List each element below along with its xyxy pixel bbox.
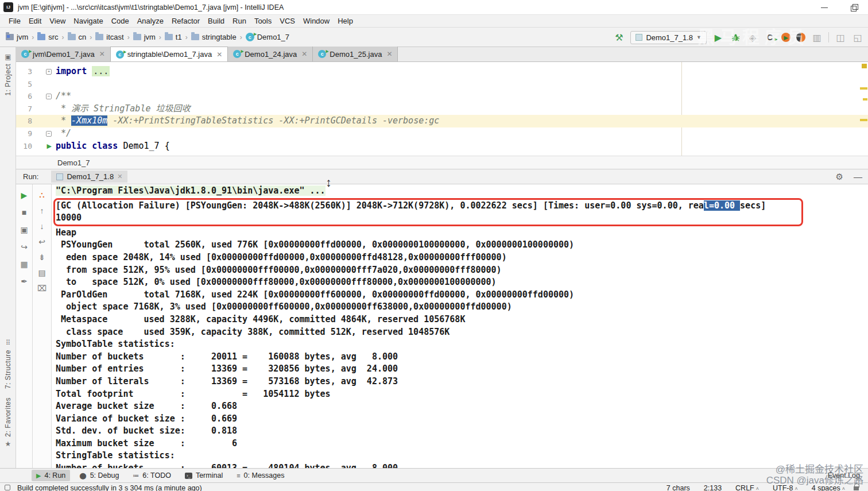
close-icon[interactable]: ✕ [117, 173, 122, 180]
status-widget[interactable]: 7 chars [666, 484, 690, 491]
run-line-icon[interactable]: ▶ [47, 140, 52, 153]
up-icon[interactable]: ↑ [40, 207, 44, 215]
sidebar-item-project[interactable]: ▣ 1: Project [0, 53, 16, 96]
toolwindow-button-terminal[interactable]: ›_Terminal [180, 470, 227, 481]
profiler-dark-icon[interactable] [796, 33, 805, 42]
warning-stripe-mark[interactable] [863, 98, 867, 100]
menu-item-view[interactable]: View [45, 16, 69, 26]
toolwindow-button-label: 0: Messages [244, 471, 285, 480]
print-icon[interactable]: ▤ [38, 269, 45, 277]
editor-tab-label: Demo1_24.java [245, 50, 297, 59]
toolwindow-button-label: Terminal [196, 471, 223, 480]
code-editor[interactable]: 3+import ...56−/**7 * 演示 StringTable 垃圾回… [16, 62, 868, 156]
error-stripe-indicator[interactable] [862, 64, 867, 68]
run-tab[interactable]: Demo1_7_1.8 ✕ [51, 171, 127, 183]
breadcrumb-item[interactable]: itcast [95, 33, 123, 41]
profiler-icon[interactable]: C [764, 33, 776, 42]
run-console[interactable]: "C:\Program Files\Java\jdk1.8.0_91\bin\j… [52, 184, 868, 468]
breadcrumb-item[interactable]: t1 [165, 33, 182, 41]
minimize-icon[interactable] [821, 4, 828, 11]
restore-icon[interactable] [851, 4, 858, 11]
sidebar-item-structure[interactable]: ⠿ 7: Structure [0, 339, 16, 389]
breadcrumb-item[interactable]: jvm [6, 33, 28, 41]
gutter: + [32, 65, 56, 78]
editor-tab[interactable]: c▸Demo1_24.java✕ [228, 47, 313, 61]
folder-icon [133, 34, 141, 40]
rerun-icon[interactable]: ▶ [21, 191, 28, 199]
editor-breadcrumb-item[interactable]: Demo1_7 [57, 158, 90, 167]
bug-icon [731, 33, 740, 42]
event-log-button[interactable]: Event Log [828, 471, 860, 480]
toolwindow-button-6-todo[interactable]: ≔6: TODO [128, 470, 176, 481]
breadcrumb-item[interactable]: jvm [133, 33, 156, 41]
menu-item-refactor[interactable]: Refactor [168, 16, 204, 26]
close-icon[interactable]: ✕ [301, 50, 307, 58]
editor-tab[interactable]: c▸jvm\Demo1_7.java✕ [16, 47, 111, 61]
build-hammer-icon[interactable]: ⚒ [613, 32, 625, 43]
menu-item-vcs[interactable]: VCS [276, 16, 299, 26]
status-widget[interactable]: UTF-8˄ [773, 484, 798, 491]
status-widget[interactable]: CRLF˄ [735, 484, 759, 491]
status-bar: Build completed successfully in 3 s 304 … [0, 482, 868, 491]
breadcrumb-item[interactable]: cn [68, 33, 87, 41]
breadcrumb-item[interactable]: stringtable [191, 33, 237, 41]
toolwindow-button-4-run[interactable]: ▶4: Run [32, 470, 70, 481]
console-output-line: StringTable statistics: [56, 450, 868, 462]
warning-stripe-mark[interactable] [860, 119, 867, 121]
editor-tab[interactable]: c▸stringtable\Demo1_7.java✕ [111, 47, 228, 61]
editor-tab[interactable]: c▸Demo1_25.java✕ [313, 47, 398, 61]
menu-item-edit[interactable]: Edit [25, 16, 45, 26]
source-folder-icon [37, 34, 45, 40]
breadcrumb-item[interactable]: src [37, 33, 58, 41]
exit-icon[interactable]: ↪ [21, 243, 28, 251]
hide-panel-icon[interactable]: — [854, 172, 862, 181]
console-output-line: Heap [56, 227, 868, 239]
menu-item-code[interactable]: Code [107, 16, 133, 26]
close-icon[interactable]: ✕ [216, 51, 222, 59]
menu-item-navigate[interactable]: Navigate [69, 16, 107, 26]
expand-icon[interactable]: ◱ [852, 32, 863, 43]
breadcrumb-item[interactable]: c▸Demo1_7 [246, 33, 289, 41]
debug-button[interactable] [730, 33, 741, 42]
gear-icon[interactable]: ⚙ [836, 172, 843, 182]
sidebar-item-favorites[interactable]: 2: Favorites ★ [0, 397, 16, 448]
lock-icon[interactable] [854, 486, 859, 490]
down-icon[interactable]: ↓ [40, 222, 44, 230]
warning-stripe-mark[interactable] [860, 87, 867, 90]
run-button[interactable]: ▶ [712, 32, 724, 43]
menu-item-window[interactable]: Window [299, 16, 334, 26]
fold-marker-icon[interactable]: − [46, 131, 52, 137]
breadcrumb-label: t1 [176, 33, 182, 41]
run-tab-label: Demo1_7_1.8 [67, 172, 114, 181]
menu-item-file[interactable]: File [5, 16, 25, 26]
menu-item-help[interactable]: Help [334, 16, 357, 26]
menu-item-build[interactable]: Build [204, 16, 228, 26]
layout-windows-icon[interactable]: ◫ [835, 32, 846, 43]
toolwindow-button-5-debug[interactable]: ⬤5: Debug [75, 470, 123, 481]
snapshot-icon[interactable]: ▣ [20, 226, 28, 234]
status-widget[interactable]: 2:133 [704, 484, 722, 491]
toolwindow-button-0-messages[interactable]: ≡0: Messages [232, 470, 289, 481]
pin-icon[interactable]: ✒ [21, 277, 28, 285]
layout-icon[interactable]: ▦ [20, 260, 28, 268]
editor-breadcrumb-bar: Demo1_7 [16, 156, 868, 169]
menu-item-analyze[interactable]: Analyze [133, 16, 168, 26]
coverage-icon[interactable]: ◈ [747, 32, 758, 43]
close-icon[interactable]: ✕ [386, 50, 392, 58]
soft-wrap-icon[interactable]: ↩ [38, 238, 45, 246]
clear-icon[interactable]: ⌧ [37, 284, 46, 292]
toolwindow-button-label: 4: Run [44, 471, 65, 480]
scroll-end-icon[interactable]: ⇟ [38, 253, 45, 261]
fold-marker-icon[interactable]: − [46, 94, 52, 99]
profiler-orange-icon[interactable]: ▶ [781, 33, 790, 42]
toolwindow-toggle-icon[interactable] [5, 485, 10, 490]
fold-marker-icon[interactable]: + [46, 69, 52, 75]
todo-icon: ≔ [133, 472, 139, 480]
menu-item-tools[interactable]: Tools [250, 16, 276, 26]
run-configuration-select[interactable]: Demo1_7_1.8 ▼ [630, 31, 707, 44]
gc-icon[interactable]: ∴ [40, 191, 45, 199]
status-widget[interactable]: 4 spaces˄ [812, 484, 845, 491]
stop-icon[interactable]: ■ [22, 208, 26, 216]
close-icon[interactable]: ✕ [99, 50, 105, 58]
menu-item-run[interactable]: Run [228, 16, 250, 26]
